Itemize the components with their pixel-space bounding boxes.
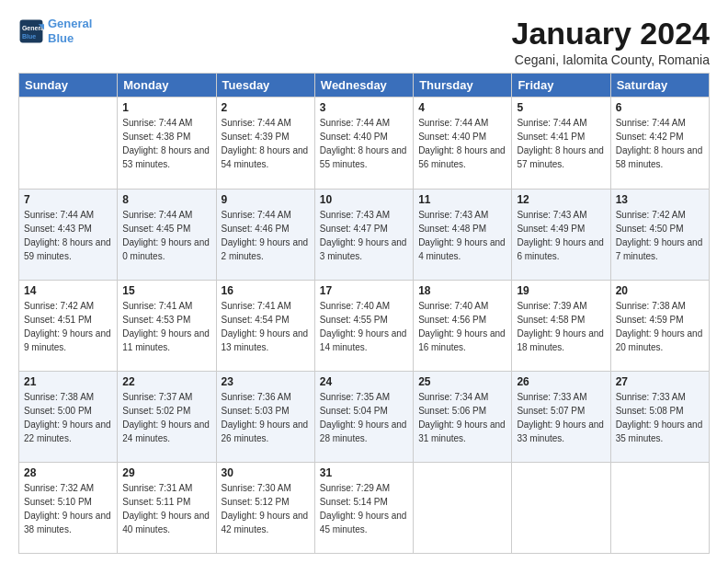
day-cell: 16Sunrise: 7:41 AMSunset: 4:54 PMDayligh… — [216, 280, 314, 371]
logo-text: General Blue — [48, 17, 92, 45]
day-number: 16 — [222, 284, 310, 297]
day-info: Sunrise: 7:29 AMSunset: 5:14 PMDaylight:… — [320, 481, 408, 536]
day-cell: 23Sunrise: 7:36 AMSunset: 5:03 PMDayligh… — [216, 371, 314, 462]
day-info: Sunrise: 7:38 AMSunset: 4:59 PMDaylight:… — [616, 299, 704, 354]
day-cell: 30Sunrise: 7:30 AMSunset: 5:12 PMDayligh… — [216, 462, 314, 553]
day-number: 30 — [222, 466, 310, 479]
day-info: Sunrise: 7:40 AMSunset: 4:55 PMDaylight:… — [320, 299, 408, 354]
day-cell: 9Sunrise: 7:44 AMSunset: 4:46 PMDaylight… — [216, 189, 314, 280]
weekday-header-friday: Friday — [512, 74, 610, 98]
weekday-header-saturday: Saturday — [610, 74, 709, 98]
day-cell: 28Sunrise: 7:32 AMSunset: 5:10 PMDayligh… — [19, 462, 118, 553]
svg-text:Blue: Blue — [22, 32, 36, 39]
week-row-4: 28Sunrise: 7:32 AMSunset: 5:10 PMDayligh… — [19, 462, 710, 553]
day-cell: 26Sunrise: 7:33 AMSunset: 5:07 PMDayligh… — [512, 371, 610, 462]
day-number: 25 — [418, 375, 506, 388]
day-number: 18 — [418, 284, 506, 297]
day-cell — [512, 462, 610, 553]
day-info: Sunrise: 7:44 AMSunset: 4:46 PMDaylight:… — [222, 208, 310, 263]
day-number: 26 — [517, 375, 605, 388]
header: General Blue General Blue January 2024 C… — [18, 17, 710, 67]
day-info: Sunrise: 7:43 AMSunset: 4:49 PMDaylight:… — [517, 208, 605, 263]
day-cell: 17Sunrise: 7:40 AMSunset: 4:55 PMDayligh… — [314, 280, 413, 371]
day-cell: 5Sunrise: 7:44 AMSunset: 4:41 PMDaylight… — [512, 98, 610, 189]
day-info: Sunrise: 7:44 AMSunset: 4:38 PMDaylight:… — [122, 116, 210, 171]
week-row-3: 21Sunrise: 7:38 AMSunset: 5:00 PMDayligh… — [19, 371, 710, 462]
day-info: Sunrise: 7:33 AMSunset: 5:07 PMDaylight:… — [517, 390, 605, 445]
weekday-header-wednesday: Wednesday — [314, 74, 413, 98]
day-cell: 19Sunrise: 7:39 AMSunset: 4:58 PMDayligh… — [512, 280, 610, 371]
day-cell: 22Sunrise: 7:37 AMSunset: 5:02 PMDayligh… — [118, 371, 216, 462]
day-info: Sunrise: 7:44 AMSunset: 4:40 PMDaylight:… — [418, 116, 506, 171]
day-cell: 7Sunrise: 7:44 AMSunset: 4:43 PMDaylight… — [19, 189, 118, 280]
logo-line2: Blue — [48, 31, 74, 45]
day-info: Sunrise: 7:41 AMSunset: 4:54 PMDaylight:… — [222, 299, 310, 354]
day-cell: 2Sunrise: 7:44 AMSunset: 4:39 PMDaylight… — [216, 98, 314, 189]
day-number: 6 — [616, 101, 704, 114]
day-cell: 13Sunrise: 7:42 AMSunset: 4:50 PMDayligh… — [610, 189, 709, 280]
day-number: 12 — [517, 193, 605, 206]
day-cell: 25Sunrise: 7:34 AMSunset: 5:06 PMDayligh… — [414, 371, 512, 462]
day-info: Sunrise: 7:30 AMSunset: 5:12 PMDaylight:… — [222, 481, 310, 536]
week-row-2: 14Sunrise: 7:42 AMSunset: 4:51 PMDayligh… — [19, 280, 710, 371]
day-cell: 29Sunrise: 7:31 AMSunset: 5:11 PMDayligh… — [118, 462, 216, 553]
weekday-header-tuesday: Tuesday — [216, 74, 314, 98]
day-number: 31 — [320, 466, 408, 479]
day-info: Sunrise: 7:36 AMSunset: 5:03 PMDaylight:… — [222, 390, 310, 445]
day-cell: 6Sunrise: 7:44 AMSunset: 4:42 PMDaylight… — [610, 98, 709, 189]
day-cell: 10Sunrise: 7:43 AMSunset: 4:47 PMDayligh… — [314, 189, 413, 280]
day-number: 21 — [24, 375, 112, 388]
day-number: 15 — [122, 284, 210, 297]
day-number: 22 — [122, 375, 210, 388]
day-info: Sunrise: 7:42 AMSunset: 4:50 PMDaylight:… — [616, 208, 704, 263]
day-number: 5 — [517, 101, 605, 114]
day-cell: 21Sunrise: 7:38 AMSunset: 5:00 PMDayligh… — [19, 371, 118, 462]
day-info: Sunrise: 7:41 AMSunset: 4:53 PMDaylight:… — [122, 299, 210, 354]
day-cell: 27Sunrise: 7:33 AMSunset: 5:08 PMDayligh… — [610, 371, 709, 462]
day-info: Sunrise: 7:43 AMSunset: 4:48 PMDaylight:… — [418, 208, 506, 263]
day-number: 24 — [320, 375, 408, 388]
day-number: 17 — [320, 284, 408, 297]
day-cell: 18Sunrise: 7:40 AMSunset: 4:56 PMDayligh… — [414, 280, 512, 371]
day-number: 7 — [24, 193, 112, 206]
day-info: Sunrise: 7:40 AMSunset: 4:56 PMDaylight:… — [418, 299, 506, 354]
day-info: Sunrise: 7:35 AMSunset: 5:04 PMDaylight:… — [320, 390, 408, 445]
day-cell: 14Sunrise: 7:42 AMSunset: 4:51 PMDayligh… — [19, 280, 118, 371]
day-cell: 8Sunrise: 7:44 AMSunset: 4:45 PMDaylight… — [118, 189, 216, 280]
day-cell: 4Sunrise: 7:44 AMSunset: 4:40 PMDaylight… — [414, 98, 512, 189]
day-number: 9 — [222, 193, 310, 206]
day-info: Sunrise: 7:33 AMSunset: 5:08 PMDaylight:… — [616, 390, 704, 445]
day-number: 20 — [616, 284, 704, 297]
day-info: Sunrise: 7:34 AMSunset: 5:06 PMDaylight:… — [418, 390, 506, 445]
day-info: Sunrise: 7:32 AMSunset: 5:10 PMDaylight:… — [24, 481, 112, 536]
day-info: Sunrise: 7:43 AMSunset: 4:47 PMDaylight:… — [320, 208, 408, 263]
weekday-header-thursday: Thursday — [414, 74, 512, 98]
day-info: Sunrise: 7:44 AMSunset: 4:41 PMDaylight:… — [517, 116, 605, 171]
day-number: 14 — [24, 284, 112, 297]
day-number: 11 — [418, 193, 506, 206]
day-info: Sunrise: 7:44 AMSunset: 4:42 PMDaylight:… — [616, 116, 704, 171]
day-number: 19 — [517, 284, 605, 297]
weekday-header-monday: Monday — [118, 74, 216, 98]
day-cell — [610, 462, 709, 553]
day-info: Sunrise: 7:44 AMSunset: 4:40 PMDaylight:… — [320, 116, 408, 171]
calendar-table: SundayMondayTuesdayWednesdayThursdayFrid… — [18, 73, 710, 554]
day-cell: 24Sunrise: 7:35 AMSunset: 5:04 PMDayligh… — [314, 371, 413, 462]
week-row-0: 1Sunrise: 7:44 AMSunset: 4:38 PMDaylight… — [19, 98, 710, 189]
logo: General Blue General Blue — [18, 17, 92, 45]
day-cell: 15Sunrise: 7:41 AMSunset: 4:53 PMDayligh… — [118, 280, 216, 371]
day-number: 4 — [418, 101, 506, 114]
day-number: 23 — [222, 375, 310, 388]
day-info: Sunrise: 7:38 AMSunset: 5:00 PMDaylight:… — [24, 390, 112, 445]
day-number: 3 — [320, 101, 408, 114]
logo-icon: General Blue — [18, 18, 44, 44]
day-cell — [414, 462, 512, 553]
day-number: 2 — [222, 101, 310, 114]
day-cell: 31Sunrise: 7:29 AMSunset: 5:14 PMDayligh… — [314, 462, 413, 553]
day-cell: 3Sunrise: 7:44 AMSunset: 4:40 PMDaylight… — [314, 98, 413, 189]
weekday-header-sunday: Sunday — [19, 74, 118, 98]
main-title: January 2024 — [512, 17, 711, 51]
calendar-page: General Blue General Blue January 2024 C… — [0, 0, 728, 563]
subtitle: Cegani, Ialomita County, Romania — [512, 52, 711, 67]
title-block: January 2024 Cegani, Ialomita County, Ro… — [512, 17, 711, 67]
